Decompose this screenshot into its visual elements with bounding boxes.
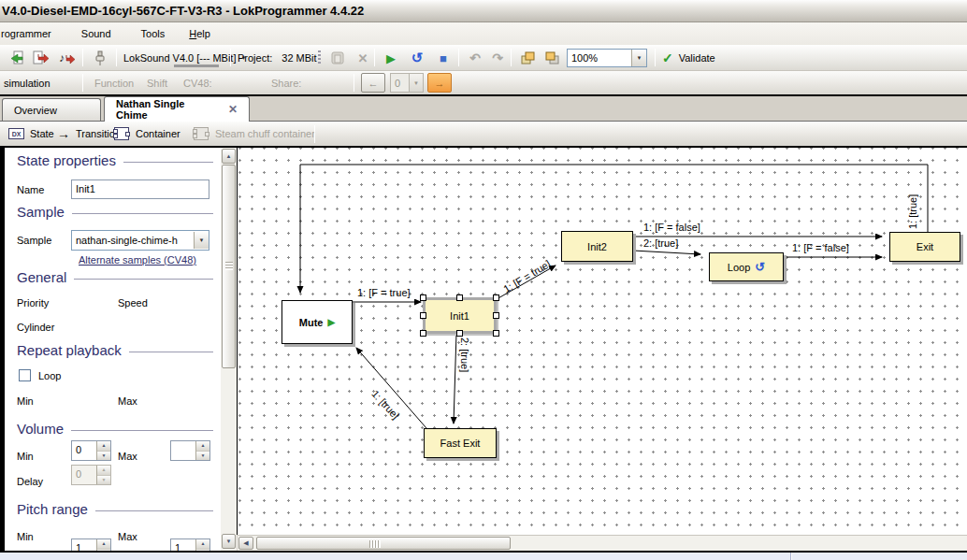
transition-label: 1: [F = false] — [643, 222, 700, 233]
menu-help[interactable]: Help — [180, 25, 219, 42]
repeat-max-spin-buttons[interactable]: ▲▼ — [195, 539, 209, 551]
tab-row: Overview Nathan Single Chime ✕ — [0, 96, 967, 122]
zoom-level-combo[interactable]: 100% ▼ — [567, 45, 647, 71]
scroll-down-button[interactable]: ▼ — [222, 534, 236, 549]
main-toolbar: ♪ LokSound V4.0 [--- MBit] ▼ Project: 32… — [0, 45, 967, 71]
repeat-min-spinner[interactable]: 1 ▲▼ — [71, 538, 111, 551]
zoom-out-button[interactable] — [541, 45, 563, 71]
repeat-min-spin-buttons[interactable]: ▲▼ — [96, 539, 110, 551]
refresh-icon: ↺ — [406, 48, 428, 68]
decoder-plug-icon — [89, 48, 111, 68]
chevron-down-icon: ▼ — [409, 74, 423, 92]
canvas-hscrollbar[interactable]: ◀ — [238, 535, 967, 551]
state-init2[interactable]: Init2 — [561, 231, 633, 262]
sound-flow-canvas[interactable]: 1: [F = true] 1: [F = true] 2: [true] 1:… — [237, 148, 967, 535]
stop-icon: ■ — [432, 48, 455, 68]
state-loop[interactable]: Loop ↺ — [709, 252, 784, 281]
priority-label: Priority — [17, 297, 49, 309]
resize-handle[interactable] — [456, 330, 463, 337]
decoder-connect-button[interactable] — [89, 45, 111, 71]
priority-value[interactable]: 0 — [72, 441, 96, 460]
resize-handle[interactable] — [420, 294, 426, 301]
transition-label: 1: [F = false] — [792, 242, 849, 253]
loop-checkbox[interactable] — [19, 369, 31, 381]
stop-button[interactable]: ■ — [432, 45, 455, 71]
play-button[interactable]: ▶ — [380, 45, 402, 71]
add-container-button[interactable]: Container — [114, 122, 180, 146]
toolbar-separator — [82, 49, 83, 66]
toolbar-drag-handle[interactable] — [318, 50, 321, 65]
simulation-mode-label[interactable]: simulation — [4, 71, 51, 94]
transition-label: 1: [F = true] — [357, 287, 411, 298]
play-icon: ▶ — [380, 48, 402, 68]
check-icon: ✓ — [662, 50, 673, 65]
transition-exit-mute[interactable] — [300, 165, 928, 293]
title-bar[interactable]: V4.0-Diesel-EMD-16cyl-567C-FT-V3-R3 - Lo… — [0, 0, 967, 22]
state-mute[interactable]: Mute ▶ — [281, 300, 353, 344]
priority-spin-buttons[interactable]: ▲▼ — [96, 441, 110, 460]
scroll-left-button[interactable]: ◀ — [238, 537, 253, 550]
name-label: Name — [17, 184, 44, 195]
resize-handle[interactable] — [420, 312, 426, 319]
shift-label: Shift — [147, 71, 167, 94]
alternate-samples-link[interactable]: Alternate samples (CV48) — [79, 254, 196, 266]
resize-handle[interactable] — [493, 312, 499, 319]
sample-combo[interactable]: nathan-single-chime-h ▼ — [71, 230, 209, 251]
chevron-down-icon[interactable]: ▼ — [631, 50, 646, 66]
speed-spinner[interactable]: ▲▼ — [170, 440, 210, 461]
resize-handle[interactable] — [493, 294, 499, 301]
sample-value: nathan-single-chime-h — [72, 235, 194, 246]
resize-handle[interactable] — [493, 330, 499, 337]
nav-back-button[interactable]: ← — [361, 71, 385, 94]
menu-tools[interactable]: Tools — [133, 25, 174, 42]
name-input[interactable]: Init1 — [71, 179, 209, 199]
add-transition-button[interactable]: → Transition — [57, 122, 121, 146]
toolbar-separator — [230, 49, 231, 66]
write-project-button[interactable] — [30, 45, 52, 71]
zoom-in-button[interactable] — [516, 45, 539, 71]
lokprogrammer-window: V4.0-Diesel-EMD-16cyl-567C-FT-V3-R3 - Lo… — [0, 0, 967, 560]
cancel-button-disabled: ✕ — [352, 45, 374, 71]
priority-spinner[interactable]: 0 ▲▼ — [71, 440, 111, 461]
resize-handle[interactable] — [456, 294, 463, 301]
menu-sound[interactable]: Sound — [73, 25, 120, 42]
scrollbar-thumb[interactable] — [256, 537, 511, 550]
state-icon: DX — [8, 128, 24, 139]
write-decoder-button-disabled — [326, 45, 349, 71]
tab-nathan-single-chime[interactable]: Nathan Single Chime ✕ — [104, 96, 250, 122]
add-state-button[interactable]: DX State — [8, 122, 54, 146]
state-init1-selected[interactable]: Init1 — [423, 297, 497, 334]
toolbar-separator — [511, 49, 512, 66]
cylinder-label: Cylinder — [17, 322, 54, 333]
transition-init2-loop[interactable] — [633, 251, 700, 254]
resize-handle[interactable] — [420, 330, 426, 337]
state-exit[interactable]: Exit — [889, 232, 960, 262]
scroll-up-button[interactable]: ▲ — [222, 149, 236, 164]
validate-button[interactable]: ✓ Validate — [662, 45, 715, 71]
loop-play-button[interactable]: ↺ — [406, 45, 428, 71]
undo-button-disabled: ↶ — [464, 45, 486, 71]
undo-icon: ↶ — [464, 48, 486, 68]
redo-icon: ↷ — [486, 48, 509, 68]
repeat-min-value[interactable]: 1 — [72, 539, 96, 551]
section-state-properties: State properties — [17, 152, 213, 168]
tab-overview[interactable]: Overview — [2, 98, 101, 122]
repeat-max-spinner[interactable]: 1 ▲▼ — [170, 538, 210, 551]
validate-label: Validate — [679, 52, 715, 64]
menu-programmer[interactable]: rogrammer — [0, 25, 60, 42]
state-fast-exit[interactable]: Fast Exit — [424, 428, 497, 458]
close-tab-icon[interactable]: ✕ — [228, 103, 238, 116]
cylinder-value: 0 — [72, 466, 96, 484]
chevron-down-icon[interactable]: ▼ — [194, 232, 209, 249]
speed-spin-buttons[interactable]: ▲▼ — [195, 441, 209, 460]
speed-value[interactable] — [171, 441, 195, 460]
container-icon — [114, 127, 129, 140]
nav-forward-button[interactable]: → — [427, 71, 452, 94]
scrollbar-thumb[interactable] — [222, 165, 236, 368]
repeat-max-value[interactable]: 1 — [171, 539, 195, 551]
transition-init1-fastexit[interactable] — [454, 333, 456, 424]
menu-bar: rogrammer Sound Tools Help — [0, 22, 967, 45]
write-sound-button[interactable]: ♪ — [56, 45, 79, 71]
open-project-button[interactable] — [4, 45, 26, 71]
panel-scrollbar[interactable]: ▲ ▼ — [221, 148, 237, 551]
